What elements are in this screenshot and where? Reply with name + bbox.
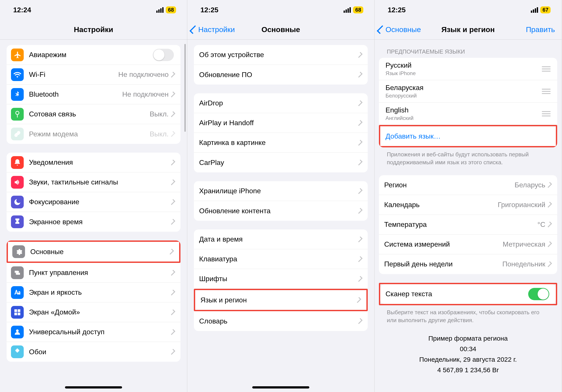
bgrefresh-label: Обновление контента	[199, 207, 358, 215]
carplay-row[interactable]: CarPlay	[194, 153, 368, 172]
language-row-2[interactable]: English Английский	[379, 103, 557, 125]
example-number: 4 567,89 1 234,56 Br	[379, 365, 557, 375]
preferred-languages-header: Предпочитаемые языки	[387, 48, 549, 55]
focus-row[interactable]: Фокусирование	[7, 192, 180, 212]
storage-row[interactable]: Хранилище iPhone	[194, 181, 368, 201]
edit-button[interactable]: Править	[526, 25, 555, 34]
back-button[interactable]: Основные	[379, 25, 421, 34]
fonts-row[interactable]: Шрифты	[194, 269, 368, 289]
language-name: Беларуская	[386, 84, 542, 92]
cellular-row[interactable]: Сотовая связь Выкл.	[7, 104, 180, 124]
speaker-icon	[11, 176, 24, 189]
language-content: Предпочитаемые языки Русский Язык iPhone…	[375, 39, 562, 392]
datetime-label: Дата и время	[199, 235, 358, 243]
calendar-value: Григорианский	[498, 201, 545, 209]
screentime-row[interactable]: Экранное время	[7, 212, 180, 232]
datetime-row[interactable]: Дата и время	[194, 229, 368, 249]
home-row[interactable]: Экран «Домой»	[7, 302, 180, 322]
hotspot-label: Режим модема	[29, 130, 150, 138]
region-group: Регион Беларусь Календарь Григорианский …	[379, 175, 557, 274]
status-bar: 12:25 68	[187, 0, 374, 20]
signal-icon	[156, 7, 164, 13]
general-screen: 12:25 68 Настройки Основные Об этом устр…	[187, 0, 375, 392]
display-row[interactable]: Экран и яркость	[7, 283, 180, 302]
wallpaper-row[interactable]: Обои	[7, 342, 180, 362]
airdrop-label: AirDrop	[199, 99, 358, 107]
temperature-row[interactable]: Температура °C	[379, 215, 557, 235]
measure-value: Метрическая	[503, 240, 545, 248]
pip-row[interactable]: Картинка в картинке	[194, 133, 368, 153]
wifi-row[interactable]: Wi-Fi Не подключено	[7, 65, 180, 84]
text-scanner-row[interactable]: Сканер текста	[380, 284, 556, 304]
chevron-right-icon	[546, 261, 552, 267]
home-indicator[interactable]	[252, 386, 309, 389]
control-row[interactable]: Пункт управления	[7, 263, 180, 283]
bluetooth-row[interactable]: Bluetooth Не подключен	[7, 84, 180, 104]
language-row-0[interactable]: Русский Язык iPhone	[379, 58, 557, 80]
measure-row[interactable]: Система измерений Метрическая	[379, 235, 557, 254]
about-row[interactable]: Об этом устройстве	[194, 45, 368, 65]
dictionary-row[interactable]: Словарь	[194, 311, 368, 331]
text-scanner-toggle[interactable]	[528, 288, 549, 300]
hotspot-value: Выкл.	[150, 130, 169, 138]
airplane-toggle[interactable]	[153, 49, 174, 61]
switches-icon	[11, 266, 24, 279]
language-sub: Английский	[386, 115, 542, 121]
chevron-right-icon	[546, 241, 552, 247]
settings-screen: 12:24 68 Настройки Авиарежим Wi-Fi Не по…	[0, 0, 187, 392]
general-row[interactable]: Основные	[8, 242, 179, 261]
airplay-row[interactable]: AirPlay и Handoff	[194, 113, 368, 133]
text-scanner-label: Сканер текста	[386, 290, 528, 298]
region-row[interactable]: Регион Беларусь	[379, 175, 557, 195]
airplane-label: Авиарежим	[29, 51, 153, 59]
aa-icon	[11, 286, 24, 299]
calendar-row[interactable]: Календарь Григорианский	[379, 195, 557, 215]
scrollbar[interactable]	[184, 44, 186, 132]
notifications-row[interactable]: Уведомления	[7, 153, 180, 172]
language-label: Язык и регион	[200, 296, 357, 304]
wifi-icon	[11, 68, 24, 81]
general-content: Об этом устройстве Обновление ПО AirDrop…	[187, 39, 374, 392]
home-indicator[interactable]	[65, 386, 122, 389]
sounds-label: Звуки, тактильные сигналы	[29, 178, 171, 186]
add-language-row[interactable]: Добавить язык…	[380, 126, 556, 146]
temperature-label: Температура	[384, 221, 538, 229]
page-title: Основные	[261, 25, 300, 34]
update-row[interactable]: Обновление ПО	[194, 65, 368, 84]
airplane-row[interactable]: Авиарежим	[7, 45, 180, 65]
general-label: Основные	[30, 248, 169, 256]
notifications-label: Уведомления	[29, 158, 171, 166]
language-row-1[interactable]: Беларуская Белорусский	[379, 80, 557, 103]
home-label: Экран «Домой»	[29, 308, 171, 316]
airdrop-row[interactable]: AirDrop	[194, 93, 368, 113]
drag-handle-icon[interactable]	[542, 89, 550, 94]
sounds-row[interactable]: Звуки, тактильные сигналы	[7, 172, 180, 192]
back-button[interactable]: Настройки	[192, 25, 235, 34]
chevron-right-icon	[546, 222, 552, 227]
drag-handle-icon[interactable]	[542, 66, 550, 71]
chevron-left-icon	[189, 25, 198, 34]
keyboard-row[interactable]: Клавиатура	[194, 249, 368, 269]
battery-level: 67	[540, 6, 550, 13]
weekstart-label: Первый день недели	[384, 260, 502, 268]
carplay-label: CarPlay	[199, 159, 358, 167]
add-language-label: Добавить язык…	[386, 132, 549, 140]
accessibility-row[interactable]: Универсальный доступ	[7, 322, 180, 342]
hotspot-row[interactable]: Режим модема Выкл.	[7, 124, 180, 144]
bgrefresh-row[interactable]: Обновление контента	[194, 201, 368, 221]
status-time: 12:25	[388, 6, 406, 14]
nav-bar: Настройки	[0, 20, 187, 39]
focus-label: Фокусирование	[29, 198, 171, 206]
nav-bar: Настройки Основные	[187, 20, 374, 39]
language-name: English	[386, 106, 542, 114]
cellular-value: Выкл.	[150, 110, 169, 118]
signal-icon	[344, 7, 351, 13]
calendar-label: Календарь	[384, 201, 498, 209]
drag-handle-icon[interactable]	[542, 111, 550, 116]
language-region-screen: 12:25 67 Основные Язык и регион Править …	[375, 0, 562, 392]
weekstart-row[interactable]: Первый день недели Понедельник	[379, 254, 557, 274]
languages-group: Русский Язык iPhone Беларуская Белорусск…	[379, 58, 557, 147]
language-row[interactable]: Язык и регион	[195, 290, 366, 310]
antenna-icon	[11, 108, 24, 120]
wifi-label: Wi-Fi	[29, 71, 118, 79]
